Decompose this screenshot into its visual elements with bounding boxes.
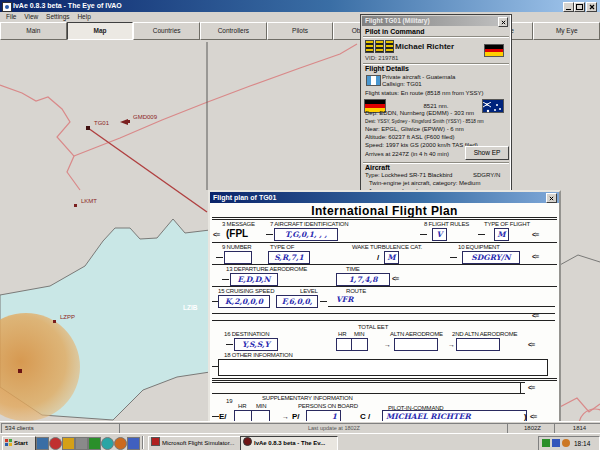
departure-info: Dep: EDDN, Nurnberg (EDMM) - 303 nm — [365, 110, 474, 116]
tab-countries[interactable]: Countries — [133, 22, 200, 40]
close-button[interactable] — [586, 2, 597, 12]
destination-field[interactable]: Y,S,S,Y — [234, 338, 278, 351]
cruising-speed-field[interactable]: K,2,0,0,0 — [218, 295, 270, 308]
aircraft-label-tg01[interactable]: TG01 — [94, 120, 110, 126]
aircraft-label-gmd009[interactable]: GMD009 — [133, 114, 158, 120]
field18-label: 18 OTHER INFORMATION — [224, 352, 293, 358]
callsign: Callsign: TG01 — [382, 81, 422, 87]
aircraft-dot-gmd009[interactable] — [127, 120, 130, 123]
field13-label: 13 DEPARTURE AERODROME — [226, 266, 307, 272]
tray-icon-2[interactable] — [552, 439, 560, 447]
menu-help[interactable]: Help — [77, 13, 90, 20]
persons-on-board-label: PERSONS ON BOARD — [298, 403, 358, 409]
task-button-ivae[interactable]: IvAe 0.8.3 beta - The Ev... — [240, 436, 338, 450]
equipment-field[interactable]: SDGRY/N — [462, 251, 520, 264]
field15-label: 15 CRUISING SPEED — [218, 288, 274, 294]
wake-turbulence-field[interactable]: M — [384, 251, 399, 264]
pic-prefix: C / — [360, 412, 370, 421]
telex-mark: <≡ — [530, 413, 536, 420]
aircraft-equipment-code: SDGRY/N — [473, 172, 500, 178]
tray-icon-1[interactable] — [542, 439, 550, 447]
taskbar-clock[interactable]: 18:14 — [574, 438, 590, 449]
tray-icon-3[interactable] — [562, 439, 570, 447]
nearest-airport-info: Near: EPGL, Gliwice (EPWW) - 6 nm — [365, 126, 464, 132]
airport-dot-lzpp[interactable] — [53, 320, 56, 323]
guatemala-flag-icon — [366, 75, 381, 86]
flight-info-panel-titlebar[interactable]: Flight TG01 (Military) — [362, 16, 510, 26]
map-fir-border-west — [0, 85, 80, 190]
min-label: MIN — [256, 403, 266, 409]
other-information-field[interactable] — [218, 359, 548, 376]
menu-settings[interactable]: Settings — [46, 13, 70, 20]
taskbar-divider — [142, 436, 143, 449]
quicklaunch-icon-4[interactable] — [75, 437, 88, 450]
level-label: LEVEL — [300, 288, 318, 294]
airport-dot-lkmt[interactable] — [74, 204, 77, 207]
route-field[interactable]: VFR — [336, 295, 353, 304]
aircraft-type-field[interactable]: S,R,7,1 — [268, 251, 310, 264]
quicklaunch-icon-5[interactable] — [88, 437, 101, 450]
panel-close-button[interactable] — [498, 17, 508, 27]
app-titlebar: IvAe 0.8.3 beta - The Eye of IVAO — [0, 0, 600, 12]
aircraft-dot-tg01[interactable] — [86, 126, 90, 130]
wake-prefix: / — [377, 253, 379, 262]
minimize-button[interactable] — [563, 2, 574, 12]
type-of-flight-field[interactable]: M — [494, 228, 509, 241]
field3-label: 3 MESSAGE — [222, 221, 255, 227]
menu-view[interactable]: View — [24, 13, 38, 20]
tab-controllers[interactable]: Controllers — [200, 22, 267, 40]
tab-map[interactable]: Map — [67, 22, 134, 40]
aircraft-id-field[interactable]: T,G,0,1, , , — [274, 228, 338, 241]
map-range-arc — [579, 409, 600, 421]
aircraft-country: Private aircraft - Guatemala — [382, 74, 455, 80]
flight-plan-window: Flight plan of TG01 International Flight… — [208, 190, 561, 429]
tab-my-eye[interactable]: My Eye — [533, 22, 600, 40]
quicklaunch-icon-1[interactable] — [36, 437, 49, 450]
telex-mark: <≡ — [392, 275, 398, 282]
airport-label-lkmt[interactable]: LKMT — [81, 198, 97, 204]
number-field[interactable] — [224, 251, 252, 264]
system-tray: 18:14 — [538, 436, 600, 450]
app-icon — [2, 2, 12, 12]
level-field[interactable]: F,6,0,0, — [276, 295, 318, 308]
quicklaunch-icon-2[interactable] — [49, 437, 62, 450]
quicklaunch-icon-6[interactable] — [101, 437, 114, 450]
arrow-mark: → — [384, 341, 390, 348]
wake-turbulence-label: WAKE TURBULENCE CAT. — [352, 244, 422, 250]
altn-aerodrome-field[interactable] — [394, 338, 438, 351]
altitude-info: Altitude: 60237 ft ASL (F600 filed) — [365, 134, 455, 140]
eet-min-field[interactable] — [351, 338, 368, 351]
show-ep-button[interactable]: Show EP — [465, 146, 509, 160]
flight-status: Flight status: En route (8518 nm from YS… — [365, 90, 484, 96]
start-label: Start — [14, 440, 28, 446]
controller-station-dot[interactable] — [18, 369, 22, 373]
departure-time-field[interactable]: 1,7,4,8 — [336, 273, 390, 286]
speed-info: Speed: 1997 kts GS (2000 km/h TAS filed) — [365, 142, 478, 148]
task-button-flight-simulator[interactable]: Microsoft Flight Simulator... — [148, 436, 242, 450]
quicklaunch-icon-8[interactable] — [127, 437, 140, 450]
quicklaunch-icon-7[interactable] — [114, 437, 127, 450]
departure-aerodrome-field[interactable]: E,D,D,N — [230, 273, 278, 286]
route-label: ROUTE — [346, 288, 366, 294]
persons-prefix: P/ — [292, 412, 300, 421]
type-of-aircraft-label: TYPE OF — [270, 244, 294, 250]
flight-rules-field[interactable]: V — [432, 228, 447, 241]
second-altn-aerodrome-field[interactable] — [456, 338, 500, 351]
aircraft-icon-gmd009[interactable] — [120, 119, 128, 125]
airport-label-lzpp[interactable]: LZPP — [60, 314, 75, 320]
flight-plan-titlebar[interactable]: Flight plan of TG01 — [210, 192, 559, 203]
start-button[interactable]: Start — [2, 436, 36, 450]
australia-flag-icon — [482, 99, 504, 113]
min-label: MIN — [354, 331, 364, 337]
tab-main[interactable]: Main — [0, 22, 67, 40]
menu-file[interactable]: File — [6, 13, 16, 20]
aircraft-description: Twin-engine jet aircraft, category: Medi… — [369, 180, 480, 186]
endurance-prefix: E/ — [219, 412, 227, 421]
maximize-button[interactable] — [574, 2, 585, 12]
quicklaunch-icon-3[interactable] — [62, 437, 75, 450]
tab-pilots[interactable]: Pilots — [267, 22, 334, 40]
flight-info-panel: Flight TG01 (Military) Pilot in Command … — [360, 14, 512, 202]
flight-plan-close-button[interactable] — [546, 193, 557, 203]
pilot-vid: VID: 219781 — [365, 55, 398, 61]
telex-mark: <≡ — [532, 231, 538, 238]
